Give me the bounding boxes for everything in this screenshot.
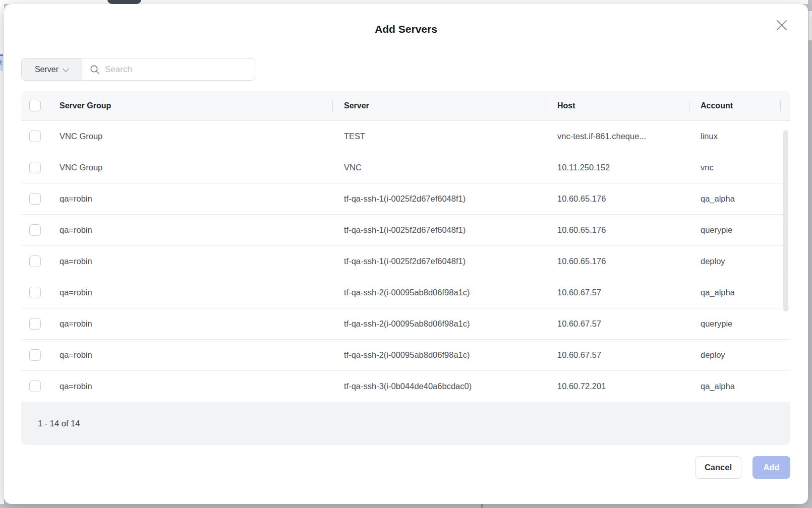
- cell-host: 10.60.65.176: [546, 257, 689, 266]
- select-all-checkbox[interactable]: [29, 100, 41, 111]
- table-scrollbar-thumb[interactable]: [783, 130, 788, 311]
- column-header-server-group[interactable]: Server Group: [60, 91, 333, 120]
- table-row[interactable]: qa=robin tf-qa-ssh-1(i-0025f2d67ef6048f1…: [21, 246, 790, 277]
- row-checkbox[interactable]: [29, 193, 41, 205]
- chevron-down-icon: [63, 66, 69, 71]
- pagination-text: 1 - 14 of 14: [38, 419, 80, 428]
- background-fragment: [808, 11, 812, 40]
- background-toggle-fragment: [107, 0, 141, 4]
- cell-host: 10.60.65.176: [546, 225, 689, 235]
- table-row[interactable]: qa=robin tf-qa-ssh-2(i-00095ab8d06f98a1c…: [21, 340, 790, 371]
- search-input[interactable]: [105, 65, 255, 75]
- server-table-body: VNC Group TEST vnc-test.if-861.cheque...…: [21, 121, 790, 402]
- close-icon[interactable]: [775, 19, 788, 32]
- cell-server: tf-qa-ssh-1(i-0025f2d67ef6048f1): [333, 257, 546, 266]
- cell-host: 10.60.72.201: [546, 382, 689, 391]
- cell-server: tf-qa-ssh-2(i-00095ab8d06f98a1c): [333, 288, 546, 297]
- table-row[interactable]: qa=robin tf-qa-ssh-3(i-0b044de40a6bcdac0…: [21, 371, 790, 402]
- row-checkbox[interactable]: [29, 162, 41, 173]
- cell-account: qa_alpha: [689, 382, 790, 391]
- cell-host: vnc-test.if-861.cheque...: [546, 132, 689, 141]
- cell-account: deploy: [689, 350, 790, 360]
- cell-host: 10.11.250.152: [546, 163, 689, 172]
- cell-server-group: VNC Group: [60, 132, 333, 141]
- background-text-fragment: t: [0, 54, 3, 71]
- table-row[interactable]: VNC Group TEST vnc-test.if-861.cheque...…: [21, 121, 790, 152]
- cell-account: qa_alpha: [689, 288, 790, 297]
- add-button[interactable]: Add: [752, 456, 790, 479]
- cell-server-group: qa=robin: [60, 225, 333, 235]
- table-row[interactable]: qa=robin tf-qa-ssh-1(i-0025f2d67ef6048f1…: [21, 183, 790, 215]
- search-icon: [90, 65, 100, 75]
- cell-server-group: qa=robin: [60, 319, 333, 329]
- cell-server: tf-qa-ssh-2(i-00095ab8d06f98a1c): [333, 319, 546, 329]
- server-table: Server Group Server Host Account VNC Gro…: [21, 91, 790, 445]
- cell-host: 10.60.65.176: [546, 194, 689, 204]
- background-divider: [481, 504, 483, 508]
- page-title: Add Servers: [4, 23, 808, 35]
- table-row[interactable]: qa=robin tf-qa-ssh-2(i-00095ab8d06f98a1c…: [21, 277, 790, 308]
- row-checkbox[interactable]: [29, 256, 41, 267]
- row-checkbox[interactable]: [29, 380, 41, 392]
- cell-host: 10.60.67.57: [546, 319, 689, 329]
- search-box: [82, 58, 255, 80]
- cell-host: 10.60.67.57: [546, 288, 689, 297]
- filter-type-dropdown[interactable]: Server: [22, 58, 82, 80]
- column-header-server[interactable]: Server: [333, 91, 546, 120]
- pagination-bar: 1 - 14 of 14: [21, 402, 790, 445]
- cell-host: 10.60.67.57: [546, 350, 689, 360]
- cell-server-group: qa=robin: [60, 257, 333, 266]
- cell-account: querypie: [689, 319, 790, 329]
- cell-server-group: qa=robin: [60, 194, 333, 204]
- table-header-row: Server Group Server Host Account: [21, 91, 790, 121]
- cell-server: VNC: [333, 163, 546, 172]
- cell-server: tf-qa-ssh-3(i-0b044de40a6bcdac0): [333, 382, 546, 391]
- cell-server-group: qa=robin: [60, 350, 333, 360]
- column-header-account[interactable]: Account: [689, 91, 790, 120]
- row-checkbox[interactable]: [29, 318, 41, 330]
- add-servers-modal: Add Servers Server Server Group Server H: [4, 4, 808, 504]
- filter-type-label: Server: [35, 65, 59, 74]
- row-checkbox[interactable]: [29, 224, 41, 236]
- cancel-button[interactable]: Cancel: [695, 456, 741, 479]
- background-page-left: [0, 0, 4, 504]
- row-checkbox[interactable]: [29, 131, 41, 142]
- row-checkbox[interactable]: [29, 287, 41, 298]
- cell-server: tf-qa-ssh-1(i-0025f2d67ef6048f1): [333, 194, 546, 204]
- table-row[interactable]: qa=robin tf-qa-ssh-1(i-0025f2d67ef6048f1…: [21, 215, 790, 246]
- cell-account: deploy: [689, 257, 790, 266]
- cell-account: querypie: [689, 225, 790, 235]
- row-checkbox[interactable]: [29, 349, 41, 361]
- cell-server: tf-qa-ssh-2(i-00095ab8d06f98a1c): [333, 350, 546, 360]
- cell-server: TEST: [333, 132, 546, 141]
- cell-server-group: qa=robin: [60, 288, 333, 297]
- cell-account: linux: [689, 132, 790, 141]
- column-header-host[interactable]: Host: [546, 91, 689, 120]
- cell-server-group: VNC Group: [60, 163, 333, 172]
- filter-bar: Server: [21, 58, 255, 81]
- cell-server-group: qa=robin: [60, 382, 333, 391]
- table-row[interactable]: VNC Group VNC 10.11.250.152 vnc: [21, 152, 790, 183]
- cell-server: tf-qa-ssh-1(i-0025f2d67ef6048f1): [333, 225, 546, 235]
- cell-account: vnc: [689, 163, 790, 172]
- cell-account: qa_alpha: [689, 194, 790, 204]
- table-row[interactable]: qa=robin tf-qa-ssh-2(i-00095ab8d06f98a1c…: [21, 308, 790, 340]
